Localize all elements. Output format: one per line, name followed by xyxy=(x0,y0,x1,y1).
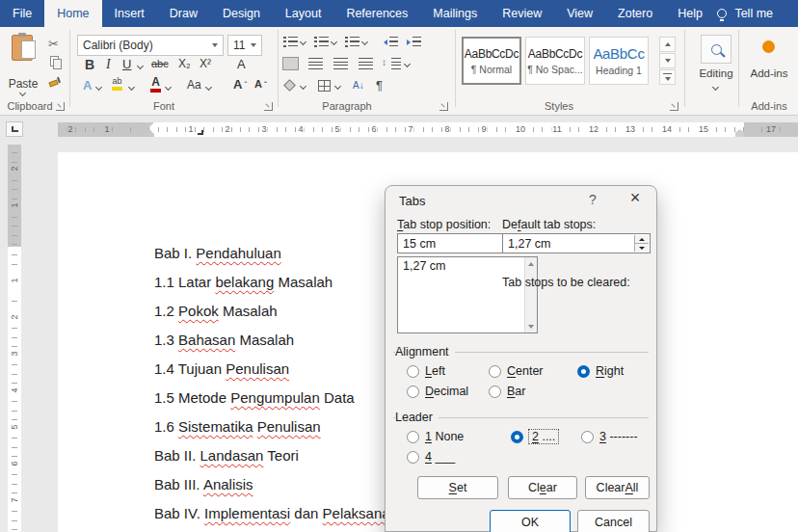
sort-button[interactable]: A↓ xyxy=(353,80,364,91)
bold-button[interactable]: B xyxy=(85,57,94,72)
styles-scroll-down-button[interactable] xyxy=(659,53,676,68)
clear-all-button[interactable]: Clear All xyxy=(585,476,650,499)
text-effects-button[interactable]: A xyxy=(83,78,92,93)
align-center-button[interactable] xyxy=(308,58,323,69)
menu-tab-layout[interactable]: Layout xyxy=(273,0,334,27)
shading-chevron-icon[interactable] xyxy=(300,83,306,90)
superscript-button[interactable]: X² xyxy=(200,57,211,70)
tab-stops-listbox[interactable]: 1,27 cm xyxy=(397,256,538,333)
strikethrough-button[interactable]: abc xyxy=(151,58,169,69)
numbering-button[interactable] xyxy=(314,36,329,47)
listbox-scrollbar[interactable] xyxy=(524,257,537,332)
format-painter-icon[interactable] xyxy=(48,80,58,88)
tab-stop-list-item[interactable]: 1,27 cm xyxy=(398,257,523,275)
horizontal-ruler[interactable]: 2112345678910111213141517 xyxy=(58,122,798,137)
radio-left[interactable]: Left xyxy=(407,363,445,379)
highlight-button[interactable]: ab xyxy=(112,77,122,91)
font-dialog-launcher[interactable] xyxy=(264,102,273,111)
shading-button[interactable] xyxy=(283,79,296,92)
chevron-down-icon xyxy=(212,43,218,47)
subscript-button[interactable]: X₂ xyxy=(178,57,191,70)
first-line-indent-marker[interactable] xyxy=(145,122,154,127)
radio-right[interactable]: Right xyxy=(577,363,624,379)
set-button[interactable]: Set xyxy=(417,476,498,499)
spinner-up-button[interactable] xyxy=(635,235,649,244)
change-case-chevron-icon[interactable] xyxy=(205,84,212,91)
close-icon[interactable]: × xyxy=(625,188,646,208)
multilevel-list-button[interactable] xyxy=(345,36,359,47)
style-card-no-spac[interactable]: AaBbCcDc¶ No Spac... xyxy=(525,37,585,85)
menu-tab-draw[interactable]: Draw xyxy=(157,0,210,27)
menu-tab-review[interactable]: Review xyxy=(490,0,554,27)
radio-center[interactable]: Center xyxy=(489,363,544,379)
tab-stop-marker[interactable] xyxy=(198,130,203,135)
menu-tab-help[interactable]: Help xyxy=(665,0,715,27)
radio-1-none[interactable]: 1 None xyxy=(407,429,464,444)
align-left-button[interactable] xyxy=(283,58,298,69)
editing-chevron-icon[interactable] xyxy=(712,84,719,91)
styles-dialog-launcher[interactable] xyxy=(670,102,678,111)
borders-chevron-icon[interactable] xyxy=(334,83,341,90)
line-spacing-button[interactable]: ↕ xyxy=(382,57,386,67)
cancel-button[interactable]: Cancel xyxy=(577,510,650,532)
radio-bar[interactable]: Bar xyxy=(489,384,525,399)
change-case-button[interactable]: Aa xyxy=(187,78,201,92)
menu-tab-design[interactable]: Design xyxy=(210,0,273,27)
numbering-chevron-icon[interactable] xyxy=(331,39,337,45)
bullets-chevron-icon[interactable] xyxy=(300,39,306,45)
spinner[interactable] xyxy=(634,235,649,252)
paste-button[interactable]: Paste xyxy=(0,27,46,96)
shrink-font-button[interactable]: Aˇ xyxy=(254,78,267,90)
add-ins-icon[interactable] xyxy=(762,40,775,53)
font-size-combo[interactable]: 11 xyxy=(227,35,262,56)
borders-button[interactable] xyxy=(318,80,331,92)
menu-tab-view[interactable]: View xyxy=(554,0,605,27)
justify-button[interactable] xyxy=(359,58,373,69)
add-ins-button-label[interactable]: Add-ins xyxy=(742,67,796,79)
style-card-heading-1[interactable]: AaBbCcHeading 1 xyxy=(589,37,649,85)
bullets-button[interactable] xyxy=(283,36,298,47)
decrease-indent-button[interactable] xyxy=(384,36,398,47)
clear-button[interactable]: Clear xyxy=(508,476,577,499)
left-indent-marker[interactable] xyxy=(145,134,154,137)
radio-2[interactable]: 2 .... xyxy=(511,429,558,444)
scroll-down-button[interactable] xyxy=(525,320,537,332)
menu-tab-home[interactable]: Home xyxy=(44,0,101,27)
italic-button[interactable]: I xyxy=(106,57,111,72)
increase-indent-button[interactable] xyxy=(407,36,421,47)
menu-tab-zotero[interactable]: Zotero xyxy=(605,0,665,27)
underline-button[interactable]: U xyxy=(122,57,131,71)
radio-decimal[interactable]: Decimal xyxy=(407,384,468,399)
align-right-button[interactable] xyxy=(333,58,348,69)
scroll-up-button[interactable] xyxy=(525,257,537,270)
paragraph-dialog-launcher[interactable] xyxy=(439,102,448,111)
cut-icon[interactable]: ✂ xyxy=(48,37,59,51)
menu-tab-file[interactable]: File xyxy=(0,0,44,27)
styles-more-button[interactable] xyxy=(659,69,676,85)
tell-me[interactable]: Tell me xyxy=(717,0,773,27)
styles-scroll-up-button[interactable] xyxy=(659,37,676,52)
help-button[interactable]: ? xyxy=(584,192,601,207)
text-effects-chevron-icon[interactable] xyxy=(95,84,102,91)
clipboard-dialog-launcher[interactable] xyxy=(56,102,65,111)
font-name-combo[interactable]: Calibri (Body) xyxy=(77,35,224,56)
highlight-chevron-icon[interactable] xyxy=(128,84,135,91)
font-color-button[interactable]: A xyxy=(150,76,161,93)
default-tab-stops-input[interactable]: 1,27 cm xyxy=(502,233,651,253)
tab-selector[interactable] xyxy=(6,121,23,137)
editing-button[interactable] xyxy=(701,35,732,64)
vertical-ruler[interactable]: 211234567 xyxy=(8,145,21,532)
ok-button[interactable]: OK xyxy=(490,510,571,532)
spinner-down-button[interactable] xyxy=(635,244,649,252)
multilevel-chevron-icon[interactable] xyxy=(361,39,368,45)
menu-tab-references[interactable]: References xyxy=(333,0,420,27)
show-hide-pilcrow-button[interactable]: ¶ xyxy=(376,78,383,93)
style-card-normal[interactable]: AaBbCcDc¶ Normal xyxy=(462,37,521,85)
underline-chevron-icon[interactable] xyxy=(137,63,144,69)
menu-tab-insert[interactable]: Insert xyxy=(102,0,157,27)
radio-4[interactable]: 4 ___ xyxy=(407,449,455,465)
grow-font-button[interactable]: Aˆ xyxy=(233,77,247,92)
menu-tab-mailings[interactable]: Mailings xyxy=(420,0,490,27)
radio-3[interactable]: 3 ------- xyxy=(581,429,638,444)
font-color-chevron-icon[interactable] xyxy=(165,84,172,91)
